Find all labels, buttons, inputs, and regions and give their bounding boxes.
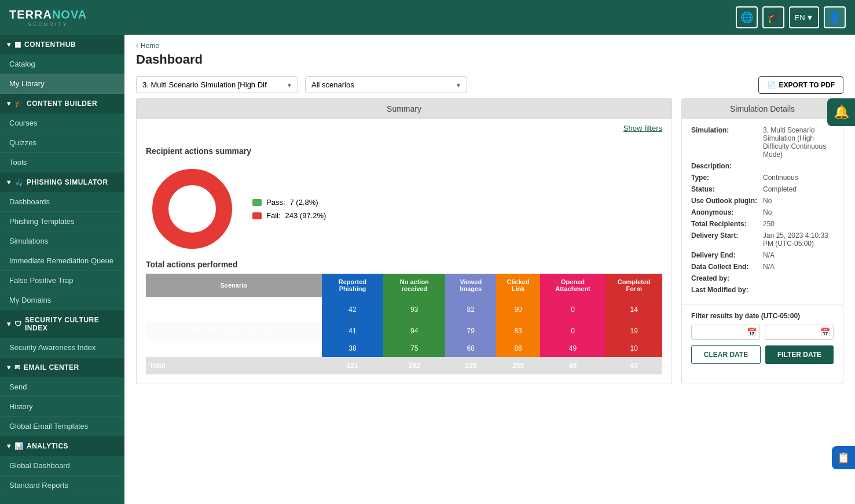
sidebar-section-contenthub[interactable]: ▾ ▦ CONTENTHUB <box>0 35 124 54</box>
language-btn[interactable]: EN ▼ <box>789 6 819 28</box>
email-label: EMAIL CENTER <box>24 363 79 371</box>
chart-area: Recipient actions summary P <box>137 137 671 260</box>
bell-icon: 🔔 <box>834 105 849 120</box>
table-row: TN_L3F - Internal ipad draw 41 94 79 83 … <box>146 322 662 340</box>
td-total-completed: 43 <box>606 357 662 374</box>
td-total-reported: 121 <box>322 357 384 374</box>
cal-to-icon[interactable]: 📅 <box>820 328 830 337</box>
sim-details-header: Simulation Details <box>682 98 843 119</box>
content-area: ‹ Home Dashboard 3. Multi Scenario Simul… <box>124 35 855 504</box>
fail-value: 243 (97.2%) <box>285 211 326 220</box>
analytics-arrow: ▾ <box>7 442 11 450</box>
sidebar-item-security-awareness[interactable]: Security Awareness Index <box>0 338 124 358</box>
td-clicked: 86 <box>496 340 540 357</box>
left-panel: Summary Show filters Recipient actions s… <box>136 98 672 384</box>
detail-value <box>763 162 834 170</box>
detail-value: 3. Multi Scenario Simulation (High Diffi… <box>763 126 834 159</box>
table-header-row: Scenario Reported Phishing No action rec… <box>146 274 662 297</box>
td-clicked: 90 <box>496 297 540 322</box>
sidebar-item-courses[interactable]: Courses <box>0 113 124 133</box>
sidebar-section-email-center[interactable]: ▾ ✉ EMAIL CENTER <box>0 358 124 377</box>
filters-row: 3. Multi Scenario Simulation [High Dif A… <box>124 72 855 98</box>
simulation-select[interactable]: 3. Multi Scenario Simulation [High Dif <box>136 76 298 93</box>
cal-from-icon[interactable]: 📅 <box>747 328 757 337</box>
sidebar-section-analytics[interactable]: ▾ 📊 ANALYTICS <box>0 436 124 456</box>
detail-label: Status: <box>691 185 761 193</box>
bell-notification-fab[interactable]: 🔔 <box>827 98 855 126</box>
td-total-clicked: 259 <box>496 357 540 374</box>
td-reported: 38 <box>322 340 384 357</box>
th-reported: Reported Phishing <box>322 274 384 297</box>
filter-date-button[interactable]: FILTER DATE <box>765 345 834 364</box>
sim-detail-row: Description: <box>691 162 834 170</box>
sim-detail-row: Use Outlook plugin: No <box>691 197 834 205</box>
sidebar-section-security-culture[interactable]: ▾ 🛡 SECURITY CULTURE INDEX <box>0 310 124 338</box>
sidebar-item-global-dashboard[interactable]: Global Dashboard <box>0 456 124 476</box>
phishing-icon: 🎣 <box>14 178 24 186</box>
security-label: SECURITY CULTURE INDEX <box>25 316 118 332</box>
detail-value: N/A <box>763 251 834 259</box>
sidebar-item-catalog[interactable]: Catalog <box>0 54 124 74</box>
sidebar-item-quizzes[interactable]: Quizzes <box>0 133 124 153</box>
th-viewed: Viewed Images <box>445 274 496 297</box>
security-icon: 🛡 <box>14 320 22 328</box>
sidebar-section-phishing[interactable]: ▾ 🎣 PHISHING SIMULATOR <box>0 172 124 192</box>
globe-icon-btn[interactable]: 🌐 <box>736 6 758 28</box>
lang-label: EN <box>795 13 805 22</box>
td-completed: 14 <box>606 297 662 322</box>
detail-label: Use Outlook plugin: <box>691 197 761 205</box>
sidebar-item-phishing-templates[interactable]: Phishing Templates <box>0 212 124 231</box>
detail-value <box>763 274 834 282</box>
detail-value: No <box>763 197 834 205</box>
actions-table: Scenario Reported Phishing No action rec… <box>146 274 662 374</box>
sidebar-item-false-positive[interactable]: False Positive Trap <box>0 271 124 290</box>
th-completed: Completed Form <box>606 274 662 297</box>
main-layout: ▾ ▦ CONTENTHUB Catalog My Library ▾ 🎓 CO… <box>0 35 855 504</box>
detail-label: Delivery End: <box>691 251 761 259</box>
detail-label: Delivery Start: <box>691 231 761 248</box>
sidebar-item-my-library[interactable]: My Library <box>0 74 124 94</box>
scenario-select[interactable]: All scenarios <box>305 76 467 93</box>
td-opened: 0 <box>540 322 606 340</box>
export-pdf-button[interactable]: 📄 EXPORT TO PDF <box>758 76 843 94</box>
donut-container: Pass: 7 (2.8%) Fail: 243 (97.2%) <box>146 163 662 255</box>
graduation-icon-btn[interactable]: 🎓 <box>762 6 784 28</box>
user-icon-btn[interactable]: 👤 <box>824 6 846 28</box>
pass-label: Pass: <box>266 198 285 207</box>
sim-detail-row: Total Recipients: 250 <box>691 220 834 228</box>
clear-date-button[interactable]: CLEAR DATE <box>691 345 761 364</box>
fail-color <box>252 212 262 219</box>
date-to-wrapper: 📅 <box>765 325 834 340</box>
clipboard-fab[interactable]: 📋 <box>832 446 855 469</box>
sidebar-item-remediation[interactable]: Immediate Remediation Queue <box>0 251 124 271</box>
td-clicked: 83 <box>496 322 540 340</box>
detail-label: Type: <box>691 174 761 182</box>
logo-subtitle: SECURITY <box>9 21 87 27</box>
sidebar-item-history[interactable]: History <box>0 397 124 417</box>
sidebar-item-global-email-templates[interactable]: Global Email Templates <box>0 417 124 436</box>
sidebar-item-standard-reports[interactable]: Standard Reports <box>0 476 124 495</box>
td-noaction: 93 <box>383 297 445 322</box>
sidebar-item-dashboards[interactable]: Dashboards <box>0 192 124 212</box>
pass-color <box>252 199 262 206</box>
sidebar-section-content-builder[interactable]: ▾ 🎓 CONTENT BUILDER <box>0 94 124 113</box>
td-completed: 10 <box>606 340 662 357</box>
logo: TERRA NOVA SECURITY <box>9 8 87 27</box>
breadcrumb-home[interactable]: Home <box>141 42 159 50</box>
sidebar-item-simulations[interactable]: Simulations <box>0 231 124 251</box>
date-filter-section: Filter results by date (UTC-05:00) 📅 📅 C… <box>682 304 843 371</box>
sidebar-item-tools[interactable]: Tools <box>0 153 124 172</box>
td-noaction: 94 <box>383 322 445 340</box>
total-actions-title: Total actions performed <box>146 260 662 269</box>
detail-value: Completed <box>763 185 834 193</box>
sidebar-item-my-domains[interactable]: My Domains <box>0 290 124 310</box>
sidebar-item-send[interactable]: Send <box>0 377 124 397</box>
show-filters-link[interactable]: Show filters <box>623 124 662 133</box>
detail-label: Simulation: <box>691 126 761 159</box>
contenthub-label: CONTENTHUB <box>24 41 76 49</box>
sim-detail-row: Simulation: 3. Multi Scenario Simulation… <box>691 126 834 159</box>
export-label: EXPORT TO PDF <box>779 81 835 89</box>
td-scenario: TN_L3F - Internal ipad draw <box>146 322 322 340</box>
table-row: TN_L166F - Your Office 365 Inbox has Rea… <box>146 297 662 322</box>
td-noaction: 75 <box>383 340 445 357</box>
